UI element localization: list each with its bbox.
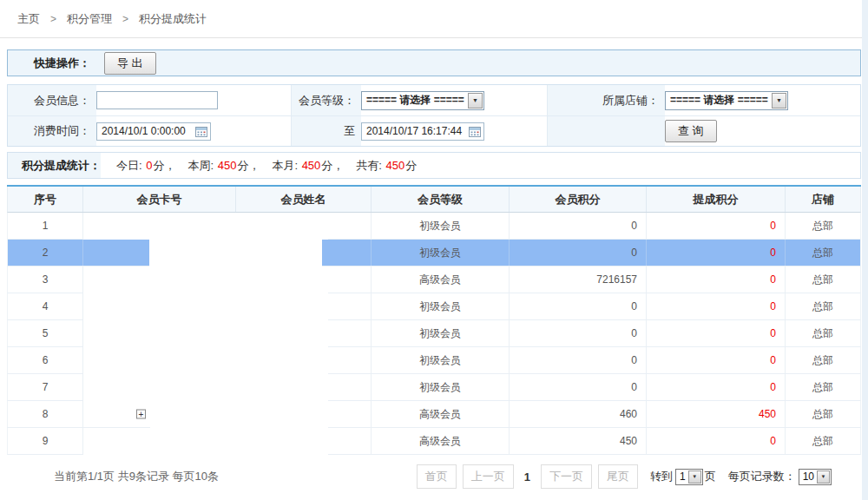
member-level-select-value: ===== 请选择 =====	[366, 93, 464, 108]
cell-points: 0	[509, 320, 646, 346]
chevron-down-icon[interactable]: ▼	[817, 470, 830, 484]
query-button[interactable]: 查 询	[665, 120, 717, 142]
cell-commission: 0	[646, 293, 785, 319]
stat-name: 今日:	[116, 159, 145, 172]
cell-commission: 450	[646, 401, 785, 427]
cell-store: 总部	[785, 374, 860, 400]
expand-icon[interactable]: +	[136, 410, 146, 419]
table-row[interactable]: 4初级会员00总部	[7, 293, 861, 320]
query-cell: 查 询	[665, 116, 860, 146]
chevron-down-icon[interactable]: ▼	[772, 93, 786, 109]
stat-suffix: 分，	[153, 159, 175, 172]
table-body: 1初级会员00总部2初级会员00总部3高级会员72161570总部4初级会员00…	[7, 213, 861, 455]
cell-store: 总部	[785, 401, 860, 427]
stats-bar: 积分提成统计： 今日: 0分，本周: 450分，本月: 450分，共有: 450…	[7, 152, 861, 179]
pagination-summary: 当前第1/1页 共9条记录 每页10条	[54, 469, 219, 484]
breadcrumb-separator: >	[50, 13, 56, 25]
cell-level: 高级会员	[371, 401, 509, 427]
col-header-commission: 提成积分	[646, 187, 785, 212]
cell-commission: 0	[646, 374, 785, 400]
calendar-icon[interactable]	[469, 126, 481, 137]
export-button[interactable]: 导 出	[104, 52, 156, 75]
chevron-down-icon[interactable]: ▼	[468, 93, 483, 109]
table-row[interactable]: 8高级会员460450总部+	[7, 401, 861, 428]
cell-points: 0	[509, 374, 646, 400]
table-row[interactable]: 6初级会员00总部	[7, 347, 861, 374]
last-page-button[interactable]: 尾页	[598, 464, 638, 489]
filter-panel: 会员信息： 会员等级： ===== 请选择 ===== ▼ 所属店铺： ====…	[7, 84, 861, 147]
pagination-controls: 首页 上一页 1 下一页 尾页 转到 1 ▼ 页 每页记录数： 10 ▼	[411, 464, 832, 489]
member-info-cell	[96, 85, 292, 115]
redaction-mask	[83, 320, 328, 347]
per-page-value: 10	[799, 470, 816, 483]
stat-item: 今日: 0分，	[116, 158, 175, 174]
time-to-value: 2014/10/17 16:17:44	[366, 125, 462, 137]
calendar-icon[interactable]	[195, 126, 207, 137]
cell-level: 初级会员	[371, 374, 509, 400]
breadcrumb-item[interactable]: 积分管理	[67, 11, 112, 27]
cell-level: 高级会员	[371, 428, 509, 454]
time-from-input[interactable]: 2014/10/1 0:00:00	[96, 122, 211, 141]
chevron-down-icon[interactable]: ▼	[688, 470, 701, 484]
redaction-mask	[83, 266, 328, 293]
goto-page-select[interactable]: 1 ▼	[675, 469, 703, 485]
pagination-bar: 当前第1/1页 共9条记录 每页10条 首页 上一页 1 下一页 尾页 转到 1…	[0, 455, 868, 498]
store-cell: ===== 请选择 ===== ▼	[665, 85, 860, 115]
time-from-value: 2014/10/1 0:00:00	[102, 125, 186, 137]
stats-values: 今日: 0分，本周: 450分，本月: 450分，共有: 450分	[116, 158, 429, 174]
cell-store: 总部	[785, 213, 860, 239]
breadcrumb-separator: >	[122, 13, 128, 25]
table-row[interactable]: 2初级会员00总部	[7, 240, 861, 266]
cell-level: 初级会员	[371, 240, 509, 266]
commission-table: 序号 会员卡号 会员姓名 会员等级 会员积分 提成积分 店铺 1初级会员00总部…	[7, 185, 861, 455]
table-row[interactable]: 5初级会员00总部	[7, 320, 861, 347]
redaction-mask	[83, 213, 328, 240]
breadcrumb-item[interactable]: 主页	[17, 11, 40, 27]
cell-points: 0	[509, 293, 646, 319]
cell-commission: 0	[646, 240, 785, 266]
store-select[interactable]: ===== 请选择 ===== ▼	[665, 91, 788, 110]
goto-page-value: 1	[676, 470, 687, 483]
stat-name: 本月:	[272, 159, 300, 172]
member-info-label: 会员信息：	[8, 85, 96, 115]
table-row[interactable]: 9高级会员4500总部	[7, 428, 861, 455]
cell-commission: 0	[646, 213, 785, 239]
cell-no: 4	[8, 293, 82, 319]
table-row[interactable]: 1初级会员00总部	[7, 213, 861, 240]
table-row[interactable]: 7初级会员00总部	[7, 374, 861, 401]
redaction-mask	[83, 428, 328, 455]
col-header-points: 会员积分	[509, 187, 646, 212]
cell-level: 初级会员	[371, 347, 509, 373]
cell-no: 1	[8, 213, 82, 239]
cell-no: 9	[8, 428, 82, 454]
cell-store: 总部	[785, 266, 860, 293]
to-label: 至	[292, 116, 361, 146]
col-header-card: 会员卡号	[82, 187, 235, 212]
time-to-input[interactable]: 2014/10/17 16:17:44	[361, 122, 484, 141]
stat-suffix: 分，	[321, 159, 344, 172]
cell-points: 460	[509, 401, 646, 427]
goto-label: 转到	[650, 469, 673, 484]
cell-no: 8	[8, 401, 82, 427]
next-page-button[interactable]: 下一页	[541, 464, 592, 489]
member-info-input[interactable]	[96, 91, 218, 109]
cell-store: 总部	[785, 240, 860, 266]
member-level-label: 会员等级：	[292, 85, 361, 115]
cell-no: 6	[8, 347, 82, 373]
per-page-select[interactable]: 10 ▼	[799, 469, 832, 485]
stat-name: 共有:	[356, 159, 385, 172]
member-level-select[interactable]: ===== 请选择 ===== ▼	[361, 91, 484, 110]
redaction-mask	[149, 240, 322, 266]
prev-page-button[interactable]: 上一页	[463, 464, 514, 489]
cell-commission: 0	[646, 428, 785, 454]
cell-level: 初级会员	[371, 293, 509, 319]
first-page-button[interactable]: 首页	[417, 464, 457, 489]
table-row[interactable]: 3高级会员72161570总部	[7, 266, 861, 293]
current-page-number: 1	[524, 470, 530, 484]
time-from-cell: 2014/10/1 0:00:00	[96, 116, 292, 146]
table-header: 序号 会员卡号 会员姓名 会员等级 会员积分 提成积分 店铺	[7, 187, 861, 213]
cell-level: 初级会员	[371, 320, 509, 346]
page-unit-label: 页	[705, 469, 716, 484]
store-label: 所属店铺：	[548, 85, 665, 115]
redaction-mask	[83, 374, 328, 401]
